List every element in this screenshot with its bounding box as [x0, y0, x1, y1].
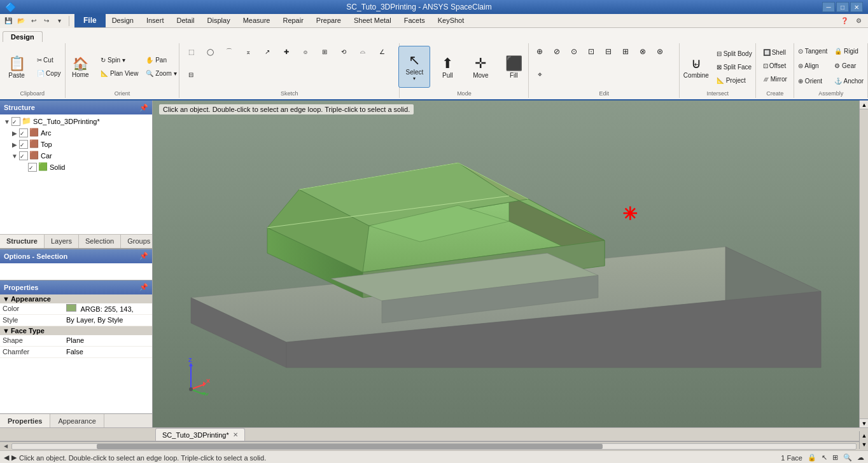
edit-btn-6[interactable]: ⊞ — [617, 45, 634, 59]
edit-btn-2[interactable]: ⊘ — [549, 45, 565, 59]
structure-pin[interactable]: 📌 — [139, 104, 148, 112]
h-scrollbar-track[interactable] — [11, 443, 857, 450]
expand-arc[interactable]: ▶ — [10, 130, 19, 137]
tangent-button[interactable]: ⊙ Tangent — [795, 45, 830, 57]
shell-button[interactable]: 🔲 Shell — [760, 46, 790, 59]
face-type-section[interactable]: ▼ Face Type — [0, 326, 152, 335]
statusbar-cursor-icon[interactable]: ↖ — [822, 453, 827, 462]
prepare-menu[interactable]: Prepare — [310, 13, 347, 27]
statusbar-arrow-right[interactable]: ▶ — [11, 453, 17, 462]
sketch-btn-3[interactable]: ⌒ — [220, 45, 238, 59]
design-menu[interactable]: Design — [106, 13, 140, 27]
plan-view-button[interactable]: 📐 Plan View — [97, 67, 141, 80]
split-face-button[interactable]: ⊠ Split Face — [713, 60, 755, 73]
options-pin[interactable]: 📌 — [139, 252, 148, 260]
copy-button[interactable]: 📄 Copy — [34, 67, 64, 80]
appearance-section[interactable]: ▼ Appearance — [0, 294, 152, 303]
scroll-left-arrow[interactable]: ◀ — [1, 443, 10, 450]
edit-btn-4[interactable]: ⊡ — [583, 45, 599, 59]
tab-design[interactable]: Design — [3, 31, 43, 42]
statusbar-cloud-icon[interactable]: ☁ — [857, 453, 864, 462]
sketch-btn-8[interactable]: ⊞ — [316, 45, 333, 59]
facets-menu[interactable]: Facets — [398, 13, 431, 27]
checkbox-root[interactable] — [11, 117, 20, 126]
expand-root[interactable]: ▼ — [3, 118, 11, 125]
tree-node-arc[interactable]: ▶ 🟫 Arc — [1, 127, 151, 139]
edit-btn-1[interactable]: ⊕ — [531, 45, 548, 59]
offset-button[interactable]: ⊡ Offset — [760, 59, 790, 72]
statusbar-lock-icon[interactable]: 🔒 — [808, 453, 816, 462]
expand-car[interactable]: ▼ — [10, 153, 19, 160]
expand-top[interactable]: ▶ — [10, 141, 19, 148]
save-button[interactable]: 💾 — [3, 15, 14, 27]
keyshot-menu[interactable]: KeyShot — [431, 13, 471, 27]
gear-button[interactable]: ⚙ Gear — [831, 60, 867, 73]
doc-tab-main[interactable]: SC_Tuto_3DPrinting* ✕ — [155, 428, 245, 441]
edit-btn-8[interactable]: ⊛ — [652, 45, 668, 59]
combine-button[interactable]: ⊌ Combine — [680, 46, 712, 88]
h-scrollbar-thumb[interactable] — [97, 444, 603, 449]
orient-asm-button[interactable]: ⊕ Orient — [795, 74, 830, 87]
sketch-btn-1[interactable]: ⬚ — [182, 45, 200, 59]
tree-node-car[interactable]: ▼ 🟫 Car — [1, 150, 151, 162]
checkbox-solid[interactable] — [28, 163, 37, 172]
spin-button[interactable]: ↻ Spin ▾ — [97, 54, 141, 67]
tab-groups[interactable]: Groups — [121, 235, 157, 248]
statusbar-arrow-left[interactable]: ◀ — [4, 453, 9, 462]
tree-node-top[interactable]: ▶ 🟫 Top — [1, 139, 151, 150]
rigid-button[interactable]: 🔒 Rigid — [831, 45, 867, 57]
doc-tab-close[interactable]: ✕ — [233, 431, 238, 438]
statusbar-grid-icon[interactable]: ⊞ — [832, 453, 838, 462]
edit-btn-7[interactable]: ⊗ — [634, 45, 651, 59]
display-menu[interactable]: Display — [201, 13, 237, 27]
tab-structure[interactable]: Structure — [0, 235, 45, 248]
tree-node-root[interactable]: ▼ 📁 SC_Tuto_3DPrinting* — [1, 116, 151, 127]
redo-button[interactable]: ↪ — [41, 15, 52, 27]
sketch-btn-9[interactable]: ⟲ — [335, 45, 353, 59]
tab-selection[interactable]: Selection — [79, 235, 121, 248]
sketch-btn-12[interactable]: ⊟ — [182, 67, 200, 81]
color-swatch[interactable] — [66, 304, 76, 312]
viewport-scrollbar-right[interactable]: ▲ ▼ — [859, 100, 868, 427]
move-button[interactable]: ✛ Move — [465, 46, 496, 88]
qa-dropdown[interactable]: ▾ — [53, 15, 65, 27]
props-tab-appearance[interactable]: Appearance — [50, 414, 104, 427]
sketch-btn-11[interactable]: ∠ — [373, 45, 391, 59]
edit-btn-5[interactable]: ⊟ — [600, 45, 617, 59]
undo-button[interactable]: ↩ — [28, 15, 39, 27]
scroll-down-arrow[interactable]: ▼ — [860, 418, 868, 427]
props-scroll-up[interactable]: ▲ — [860, 431, 868, 440]
props-scroll-down[interactable]: ▼ — [860, 440, 868, 449]
detail-menu[interactable]: Detail — [170, 13, 200, 27]
tab-layers[interactable]: Layers — [45, 235, 79, 248]
checkbox-arc[interactable] — [19, 128, 28, 137]
cut-button[interactable]: ✂ Cut — [34, 54, 64, 67]
props-tab-properties[interactable]: Properties — [0, 414, 50, 427]
edit-btn-3[interactable]: ⊙ — [566, 45, 582, 59]
sketch-btn-6[interactable]: ✚ — [277, 45, 295, 59]
zoom-button[interactable]: 🔍 Zoom ▾ — [143, 67, 179, 80]
pan-button[interactable]: ✋ Pan — [143, 54, 179, 67]
pull-button[interactable]: ⬆ Pull — [431, 46, 463, 88]
mirror-button[interactable]: ⫻ Mirror — [760, 73, 790, 85]
fill-button[interactable]: ⬛ Fill — [498, 46, 529, 88]
paste-button[interactable]: 📋 Paste — [1, 46, 32, 88]
sheet-metal-menu[interactable]: Sheet Metal — [347, 13, 398, 27]
project-button[interactable]: 📐 Project — [713, 74, 755, 86]
tree-node-solid[interactable]: 🟩 Solid — [1, 162, 151, 173]
help-button[interactable]: ❓ — [839, 15, 850, 27]
split-body-button[interactable]: ⊟ Split Body — [713, 47, 755, 60]
props-scrollbar[interactable]: ▲ ▼ — [859, 431, 868, 449]
sketch-btn-5[interactable]: ↗ — [258, 45, 276, 59]
statusbar-zoom-icon[interactable]: 🔍 — [843, 453, 852, 462]
open-button[interactable]: 📂 — [15, 15, 27, 27]
select-button[interactable]: ↖ Select ▾ — [398, 46, 430, 88]
settings-button[interactable]: ⚙ — [853, 15, 864, 27]
repair-menu[interactable]: Repair — [276, 13, 309, 27]
sketch-btn-4[interactable]: ⌅ — [239, 45, 257, 59]
checkbox-top[interactable] — [19, 140, 28, 149]
sketch-btn-7[interactable]: ⌾ — [297, 45, 314, 59]
measure-menu[interactable]: Measure — [237, 13, 277, 27]
checkbox-car[interactable] — [19, 151, 28, 160]
properties-pin[interactable]: 📌 — [139, 283, 148, 291]
